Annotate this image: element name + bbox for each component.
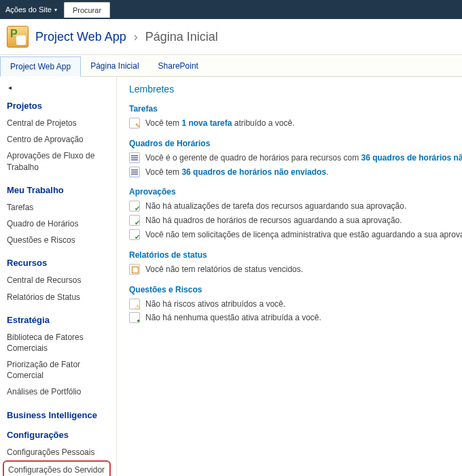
nav-group-heading[interactable]: Meu Trabalho <box>7 185 112 195</box>
reminder-text: Você não tem solicitações de licença adm… <box>145 229 462 241</box>
approve-icon <box>129 201 140 211</box>
browse-tab[interactable]: Procurar <box>64 2 110 18</box>
caret-down-icon: ▾ <box>54 7 57 13</box>
reminder-line: Não há quadros de horários de recursos a… <box>129 214 452 228</box>
reminder-line: Você tem 36 quadros de horários não envi… <box>129 165 452 180</box>
nav-link[interactable]: Central de Recursos <box>7 272 112 288</box>
top-nav: Project Web AppPágina InicialSharePoint <box>0 56 462 77</box>
nav-link[interactable]: Configurações Pessoais <box>7 444 112 460</box>
approve-icon <box>129 215 140 226</box>
reminder-line: Você tem 1 nova tarefa atribuído a você. <box>129 116 452 131</box>
reminder-text: Não há quadros de horários de recursos a… <box>145 215 402 226</box>
nav-link[interactable]: Relatórios de Status <box>7 289 112 305</box>
task-icon <box>129 118 140 129</box>
breadcrumb-app[interactable]: Project Web App <box>35 30 126 44</box>
breadcrumb-page: Página Inicial <box>145 30 218 44</box>
reminder-text: Você tem 36 quadros de horários não envi… <box>145 167 328 178</box>
reminder-line: Não há riscos ativos atribuídos a você. <box>129 297 452 311</box>
section-title[interactable]: Quadros de Horários <box>129 139 452 148</box>
approve-icon <box>129 229 140 240</box>
project-app-icon <box>7 26 29 48</box>
reminder-text: Não há atualizações de tarefa dos recurs… <box>145 201 406 212</box>
reminder-link[interactable]: 36 quadros de horários não enviados <box>361 153 462 163</box>
reminder-text: Não há riscos ativos atribuídos a você. <box>145 299 285 310</box>
page-heading: Lembretes <box>129 84 452 95</box>
reminder-text: Não há nenhuma questão ativa atribuída a… <box>145 312 321 324</box>
reminder-link[interactable]: 1 nova tarefa <box>181 118 232 128</box>
site-actions-menu[interactable]: Ações do Site ▾ <box>0 5 63 14</box>
nav-link[interactable]: Biblioteca de Fatores Comerciais <box>7 329 112 356</box>
sheet-icon <box>129 167 140 177</box>
nav-link[interactable]: Configurações do Servidor <box>3 460 111 476</box>
sheet-icon <box>129 152 140 163</box>
nav-link[interactable]: Análises de Portfólio <box>7 384 112 400</box>
nav-back-icon[interactable]: ◂ <box>7 82 112 97</box>
title-area: Project Web App › Página Inicial <box>0 19 462 55</box>
nav-group-heading[interactable]: Estratégia <box>7 315 112 325</box>
nav-group-heading[interactable]: Business Intelligence <box>7 410 112 420</box>
reminder-link[interactable]: 36 quadros de horários não enviados <box>181 167 326 177</box>
reminder-line: Não há atualizações de tarefa dos recurs… <box>129 199 452 214</box>
reminder-text: Você tem 1 nova tarefa atribuído a você. <box>145 118 294 129</box>
nav-group-heading[interactable]: Recursos <box>7 258 112 268</box>
section-title[interactable]: Tarefas <box>129 104 452 114</box>
report-icon <box>129 264 140 275</box>
issue-icon <box>129 312 140 323</box>
reminder-line: Você não tem relatórios de status vencid… <box>129 262 452 277</box>
reminder-line: Você é o gerente de quadro de horários p… <box>129 151 452 165</box>
nav-link[interactable]: Quadro de Horários <box>7 216 112 232</box>
section-title[interactable]: Questões e Riscos <box>129 285 452 294</box>
section-title[interactable]: Aprovações <box>129 187 452 197</box>
breadcrumb: Project Web App › Página Inicial <box>35 30 218 44</box>
nav-link[interactable]: Central de Projetos <box>7 115 112 131</box>
topnav-item[interactable]: Página Inicial <box>81 56 148 76</box>
topnav-item[interactable]: SharePoint <box>149 56 208 76</box>
nav-link[interactable]: Tarefas <box>7 199 112 216</box>
reminder-text: Você não tem relatórios de status vencid… <box>145 264 303 275</box>
site-actions-label: Ações do Site <box>5 5 52 14</box>
topnav-item[interactable]: Project Web App <box>0 56 81 77</box>
risk-icon <box>129 299 140 309</box>
reminder-line: Não há nenhuma questão ativa atribuída a… <box>129 311 452 325</box>
nav-group-heading[interactable]: Configurações <box>7 430 112 440</box>
ribbon-bar: Ações do Site ▾ Procurar <box>0 0 462 19</box>
nav-link[interactable]: Questões e Riscos <box>7 232 112 248</box>
reminder-text: Você é o gerente de quadro de horários p… <box>145 152 462 164</box>
nav-group-heading[interactable]: Projetos <box>7 101 112 111</box>
left-nav: ◂ ProjetosCentral de ProjetosCentro de A… <box>0 77 117 476</box>
section-title[interactable]: Relatórios de status <box>129 250 452 260</box>
nav-link[interactable]: Priorização de Fator Comercial <box>7 356 112 384</box>
breadcrumb-separator-icon: › <box>134 30 138 44</box>
reminder-line: Você não tem solicitações de licença adm… <box>129 228 452 242</box>
nav-link[interactable]: Centro de Aprovação <box>7 131 112 148</box>
content-area: Lembretes TarefasVocê tem 1 nova tarefa … <box>117 77 462 476</box>
nav-link[interactable]: Aprovações de Fluxo de Trabalho <box>7 148 112 175</box>
